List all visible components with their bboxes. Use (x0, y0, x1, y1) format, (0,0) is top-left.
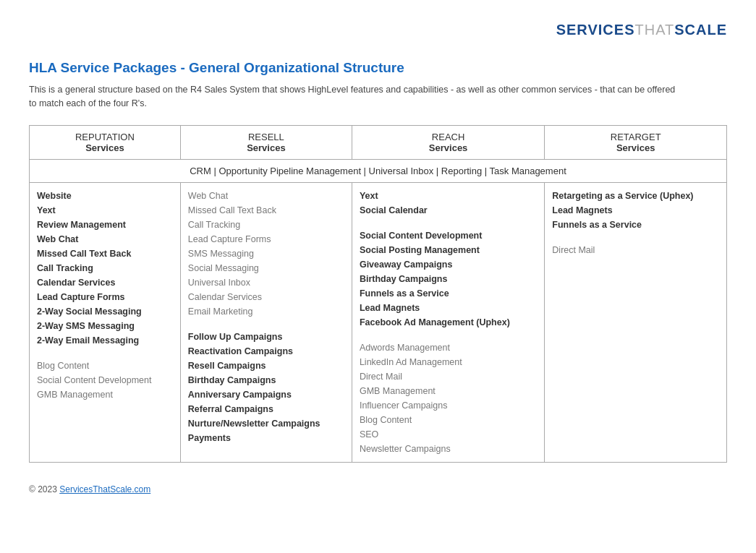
reputation-services: Services (37, 142, 173, 153)
col2-item-5: SMS Messaging (188, 247, 344, 261)
retarget-services: Services (552, 142, 719, 153)
col3-item-8: Lead Magnets (360, 301, 537, 315)
col2-item-13: Birthday Campaigns (188, 373, 344, 387)
col3-item-11: LinkedIn Ad Management (360, 355, 537, 369)
col1-item-7: Calendar Services (37, 275, 173, 290)
resell-name: RESELL (188, 132, 344, 142)
col4-item-4: Direct Mail (552, 243, 719, 257)
col2-item-8: Calendar Services (188, 290, 344, 304)
crm-row: CRM | Opportunity Pipeline Management | … (30, 159, 727, 182)
page-title: HLA Service Packages - General Organizat… (29, 60, 727, 76)
col4-item-2: Lead Magnets (552, 203, 719, 218)
col1-item-9: 2-Way Social Messaging (37, 304, 173, 319)
col-header-resell: RESELL Services (180, 125, 352, 159)
crm-cell: CRM | Opportunity Pipeline Management | … (30, 159, 727, 182)
col3-item-15: Blog Content (360, 413, 537, 427)
reach-services: Services (360, 142, 537, 153)
col3-item-14: Influencer Campaigns (360, 398, 537, 413)
col2-item-3: Call Tracking (188, 218, 344, 232)
col4-cell: Retargeting as a Service (Uphex) Lead Ma… (545, 182, 727, 462)
resell-services: Services (188, 142, 344, 153)
col3-item-3: Social Content Development (360, 228, 537, 243)
col1-cell: Website Yext Review Management Web Chat … (30, 182, 181, 462)
col1-item-4: Web Chat (37, 232, 173, 247)
col3-item-13: GMB Management (360, 384, 537, 398)
col4-item-1: Retargeting as a Service (Uphex) (552, 189, 719, 203)
col1-item-13: Social Content Development (37, 373, 173, 387)
col-header-reach: REACH Services (352, 125, 544, 159)
col2-item-14: Anniversary Campaigns (188, 387, 344, 402)
col3-item-12: Direct Mail (360, 369, 537, 384)
col1-item-1: Website (37, 189, 173, 203)
col1-item-2: Yext (37, 203, 173, 218)
col2-item-11: Reactivation Campaigns (188, 344, 344, 359)
col2-item-4: Lead Capture Forms (188, 232, 344, 247)
col1-item-8: Lead Capture Forms (37, 290, 173, 304)
col2-item-12: Resell Campaigns (188, 359, 344, 373)
col1-item-3: Review Management (37, 218, 173, 232)
col3-item-7: Funnels as a Service (360, 286, 537, 301)
col-header-reputation: REPUTATION Services (30, 125, 181, 159)
page-subtitle: This is a general structure based on the… (29, 83, 680, 111)
col3-cell: Yext Social Calendar Social Content Deve… (352, 182, 544, 462)
col3-item-10: Adwords Management (360, 340, 537, 355)
col3-item-9: Facebook Ad Management (Uphex) (360, 315, 537, 330)
col2-item-7: Universal Inbox (188, 275, 344, 290)
col3-item-16: SEO (360, 427, 537, 442)
col3-item-6: Birthday Campaigns (360, 272, 537, 286)
column-headers-row: REPUTATION Services RESELL Services REAC… (30, 125, 727, 159)
col1-item-14: GMB Management (37, 387, 173, 402)
col2-item-15: Referral Campaigns (188, 402, 344, 416)
col1-item-10: 2-Way SMS Messaging (37, 319, 173, 333)
col3-item-2: Social Calendar (360, 203, 537, 218)
col2-item-10: Follow Up Campaigns (188, 330, 344, 344)
col2-item-16: Nurture/Newsletter Campaigns (188, 416, 344, 431)
col3-item-1: Yext (360, 189, 537, 203)
services-row: Website Yext Review Management Web Chat … (30, 182, 727, 462)
reach-name: REACH (360, 132, 537, 142)
col1-item-11: 2-Way Email Messaging (37, 333, 173, 348)
footer-copyright: © 2023 (29, 484, 59, 494)
main-table: REPUTATION Services RESELL Services REAC… (29, 125, 727, 463)
retarget-name: RETARGET (552, 132, 719, 142)
col2-cell: Web Chat Missed Call Text Back Call Trac… (180, 182, 352, 462)
col3-item-5: Giveaway Campaigns (360, 257, 537, 272)
footer-link[interactable]: ServicesThatScale.com (59, 484, 150, 494)
col3-item-17: Newsletter Campaigns (360, 442, 537, 456)
col1-item-5: Missed Call Text Back (37, 247, 173, 261)
col-header-retarget: RETARGET Services (545, 125, 727, 159)
col2-item-6: Social Messaging (188, 261, 344, 275)
col2-item-9: Email Marketing (188, 304, 344, 319)
col1-item-12: Blog Content (37, 359, 173, 373)
reputation-name: REPUTATION (37, 132, 173, 142)
col2-item-2: Missed Call Text Back (188, 203, 344, 218)
col1-item-6: Call Tracking (37, 261, 173, 275)
footer: © 2023 ServicesThatScale.com (29, 484, 727, 494)
header-logo: SERVICESTHATSCALE (29, 14, 727, 60)
col4-item-3: Funnels as a Service (552, 218, 719, 232)
col3-item-4: Social Posting Management (360, 243, 537, 257)
col2-item-1: Web Chat (188, 189, 344, 203)
col2-item-17: Payments (188, 431, 344, 445)
